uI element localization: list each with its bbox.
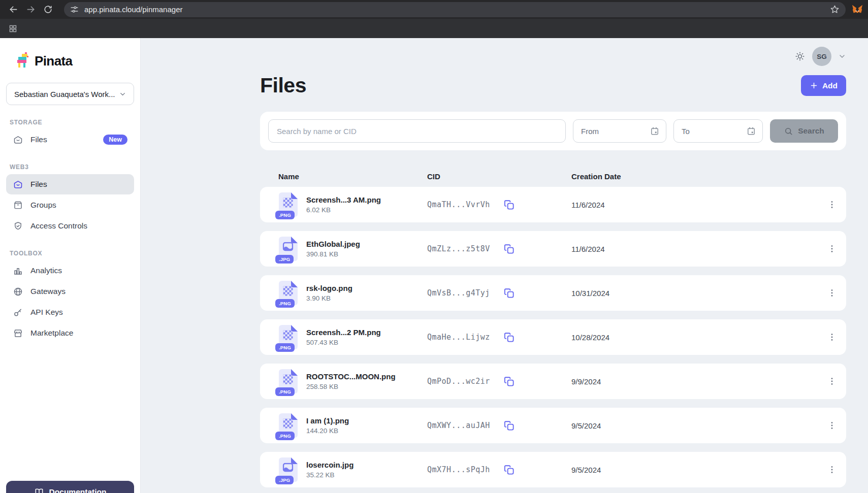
date-to-field[interactable]: To	[673, 119, 763, 143]
browser-back-button[interactable]	[5, 2, 21, 18]
cid-value: QmaTH...VvrVh	[427, 200, 490, 209]
file-name: Screensh...3 AM.png	[306, 195, 381, 204]
jpg-photo-glyph	[283, 242, 294, 252]
file-size: 3.90 KB	[306, 294, 352, 302]
sidebar-item-gateways[interactable]: Gateways	[6, 281, 134, 302]
avatar[interactable]: SG	[812, 47, 831, 66]
table-row[interactable]: .PNG Screensh...3 AM.png 6.02 KB QmaTH..…	[260, 187, 846, 222]
logo-wordmark: Pinata	[35, 53, 72, 69]
kebab-icon	[827, 465, 837, 475]
copy-cid-button[interactable]	[503, 287, 515, 299]
bookmarks-bar	[0, 19, 868, 38]
file-name-cell: .PNG rsk-logo.png 3.90 KB	[278, 280, 427, 306]
file-type-badge: .PNG	[275, 211, 295, 219]
file-name: ROOTSTOC...MOON.png	[306, 372, 396, 381]
search-panel: From To Search	[260, 112, 846, 150]
sidebar-item-label: Gateways	[30, 287, 66, 296]
table-row[interactable]: .PNG rsk-logo.png 3.90 KB QmVsB...g4Tyj …	[260, 275, 846, 311]
copy-cid-button[interactable]	[503, 243, 515, 255]
sidebar-item-groups[interactable]: Groups	[6, 195, 134, 215]
cid-cell: QmPoD...wc2ir	[427, 376, 571, 387]
cid-cell: QmZLz...z5t8V	[427, 243, 571, 255]
creation-date: 9/9/2024	[571, 377, 819, 386]
table-row[interactable]: .JPG EthGlobal.jpeg 390.81 KB QmZLz...z5…	[260, 231, 846, 267]
row-menu-button[interactable]	[825, 330, 839, 344]
calendar-icon[interactable]	[746, 126, 756, 136]
row-menu-button[interactable]	[825, 198, 839, 212]
copy-icon	[503, 420, 515, 432]
sidebar-item-analytics[interactable]: Analytics	[6, 260, 134, 281]
table-row[interactable]: .PNG I am (1).png 144.20 KB QmXWY...auJA…	[260, 408, 846, 443]
png-checker-glyph	[283, 198, 293, 208]
file-size: 6.02 KB	[306, 206, 381, 214]
section-label-web3: WEB3	[10, 163, 134, 171]
table-row[interactable]: .JPG losercoin.jpg 35.22 KB QmX7H...sPqJ…	[260, 452, 846, 487]
row-menu-button[interactable]	[825, 374, 839, 388]
add-button[interactable]: Add	[801, 75, 846, 96]
sidebar: Pinata Sebastian Guaqueta's Work... STOR…	[0, 38, 141, 493]
column-header-creation-date: Creation Date	[571, 172, 819, 181]
sidebar-item-storage-files[interactable]: Files New	[6, 129, 134, 150]
address-bar[interactable]: app.pinata.cloud/pinmanager	[64, 2, 846, 17]
file-type-badge: .JPG	[275, 255, 294, 264]
file-name-cell: .PNG ROOTSTOC...MOON.png 258.58 KB	[278, 369, 427, 394]
table-row[interactable]: .PNG ROOTSTOC...MOON.png 258.58 KB QmPoD…	[260, 364, 846, 399]
copy-cid-button[interactable]	[503, 420, 515, 432]
browser-reload-button[interactable]	[40, 2, 56, 18]
account-menu-button[interactable]	[838, 52, 846, 60]
sidebar-item-label: Files	[30, 135, 47, 144]
tune-icon[interactable]	[70, 5, 79, 14]
plus-icon	[810, 81, 818, 90]
theme-toggle-button[interactable]	[794, 51, 806, 62]
search-button[interactable]: Search	[770, 119, 838, 143]
copy-icon	[503, 332, 515, 343]
pinata-llama-icon	[15, 52, 30, 70]
file-type-doc: .JPG	[278, 457, 298, 482]
new-badge: New	[103, 135, 127, 145]
date-from-field[interactable]: From	[573, 119, 666, 143]
calendar-icon[interactable]	[650, 126, 660, 136]
copy-cid-button[interactable]	[503, 332, 515, 343]
png-checker-glyph	[283, 419, 293, 429]
sidebar-item-web3-files[interactable]: Files	[6, 174, 134, 194]
cid-value: QmaHe...Lijwz	[427, 333, 490, 342]
pinata-logo[interactable]: Pinata	[6, 52, 134, 70]
copy-icon	[503, 376, 515, 387]
table-row[interactable]: .PNG Screensh...2 PM.png 507.43 KB QmaHe…	[260, 319, 846, 355]
search-input[interactable]	[268, 119, 566, 143]
copy-cid-button[interactable]	[503, 376, 515, 387]
reload-icon	[43, 5, 53, 14]
storefront-icon	[13, 328, 23, 339]
metamask-extension-icon[interactable]	[852, 4, 863, 15]
file-name: rsk-logo.png	[306, 284, 352, 292]
sidebar-item-marketplace[interactable]: Marketplace	[6, 323, 134, 343]
bookmark-star-icon[interactable]	[830, 5, 840, 14]
url-text[interactable]: app.pinata.cloud/pinmanager	[84, 5, 824, 14]
browser-forward-button[interactable]	[22, 2, 39, 18]
copy-cid-button[interactable]	[503, 464, 515, 476]
files-icon	[13, 179, 23, 190]
creation-date: 9/5/2024	[571, 421, 819, 430]
file-name-cell: .PNG Screensh...3 AM.png 6.02 KB	[278, 192, 427, 217]
file-size: 144.20 KB	[306, 427, 349, 435]
column-header-name: Name	[278, 172, 427, 181]
apps-grid-icon[interactable]	[5, 20, 21, 37]
sidebar-item-access-controls[interactable]: Access Controls	[6, 216, 134, 236]
main-content: SG Files Add From To Sear	[141, 38, 868, 493]
workspace-selector[interactable]: Sebastian Guaqueta's Work...	[6, 83, 134, 105]
row-menu-button[interactable]	[825, 418, 839, 433]
png-checker-glyph	[283, 331, 293, 340]
jpg-photo-glyph	[283, 463, 294, 473]
row-menu-button[interactable]	[825, 463, 839, 477]
add-button-label: Add	[822, 81, 838, 90]
file-type-doc: .PNG	[278, 280, 298, 306]
copy-icon	[503, 287, 515, 299]
sidebar-item-api-keys[interactable]: API Keys	[6, 302, 134, 322]
creation-date: 10/28/2024	[571, 333, 819, 342]
row-menu-button[interactable]	[825, 286, 839, 300]
copy-cid-button[interactable]	[503, 199, 515, 211]
date-from-placeholder: From	[581, 127, 599, 136]
row-menu-button[interactable]	[825, 242, 839, 256]
file-type-doc: .PNG	[278, 413, 298, 438]
documentation-button[interactable]: Documentation	[6, 481, 134, 493]
